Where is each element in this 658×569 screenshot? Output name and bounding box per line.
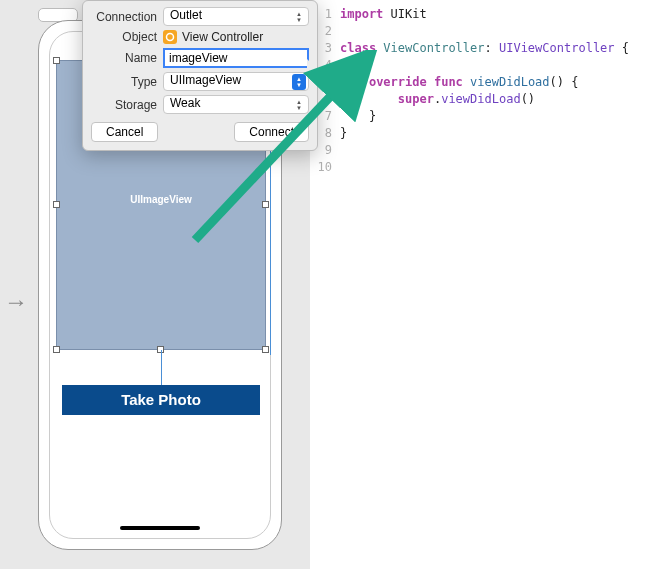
connection-select[interactable]: Outlet ▲▼ — [163, 7, 309, 26]
arrow-right-icon: → — [4, 288, 28, 316]
label-connection: Connection — [91, 10, 157, 24]
label-storage: Storage — [91, 98, 157, 112]
take-photo-label: Take Photo — [121, 391, 201, 408]
home-indicator — [120, 526, 200, 530]
connection-value: Outlet — [170, 8, 202, 22]
selection-handle[interactable] — [262, 201, 269, 208]
source-editor[interactable]: 1 2 3 4 5 6 7 8 9 10 import UIKit class … — [310, 0, 658, 569]
cancel-button[interactable]: Cancel — [91, 122, 158, 142]
connect-button[interactable]: Connect — [234, 122, 309, 142]
storage-value: Weak — [170, 96, 200, 110]
label-object: Object — [91, 30, 157, 44]
type-select[interactable]: UIImageView ▲▼ — [163, 72, 309, 91]
label-type: Type — [91, 75, 157, 89]
selection-handle[interactable] — [53, 201, 60, 208]
outlet-connection-popover: Connection Outlet ▲▼ Object View Control… — [82, 0, 318, 151]
chevron-up-down-icon: ▲▼ — [292, 9, 306, 25]
type-value: UIImageView — [170, 73, 241, 87]
view-controller-icon — [163, 30, 177, 44]
code-content[interactable]: import UIKit class ViewController: UIVie… — [340, 6, 658, 142]
svg-point-0 — [167, 34, 174, 41]
take-photo-button[interactable]: Take Photo — [62, 385, 260, 415]
constraint-line — [161, 350, 162, 385]
image-view-class-label: UIImageView — [130, 194, 192, 205]
selection-handle[interactable] — [53, 346, 60, 353]
selection-handle[interactable] — [53, 57, 60, 64]
chevron-up-down-icon: ▲▼ — [292, 97, 306, 113]
selection-handle[interactable] — [262, 346, 269, 353]
object-value: View Controller — [182, 30, 263, 44]
label-name: Name — [91, 51, 157, 65]
current-line-highlight — [310, 159, 658, 176]
chevron-up-down-icon: ▲▼ — [292, 74, 306, 90]
storage-select[interactable]: Weak ▲▼ — [163, 95, 309, 114]
name-input[interactable] — [163, 48, 309, 68]
